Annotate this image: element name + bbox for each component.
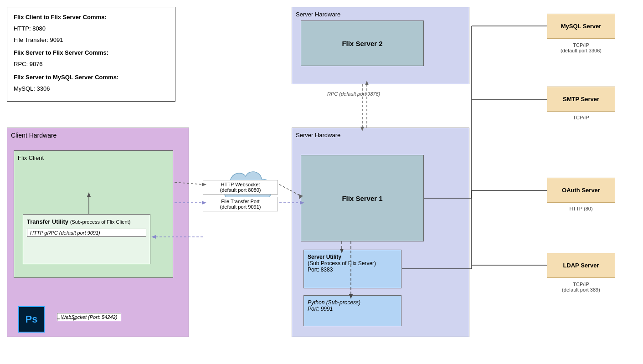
python-port: Port: 9991 (308, 306, 333, 312)
python-label: Python (Sub-process) (308, 299, 360, 306)
legend-title-2: Flix Server to Flix Server Comms: (14, 49, 108, 56)
http-grpc-label: HTTP gRPC (default port 9091) (27, 229, 146, 237)
server-utility-box: Server Utility (Sub Process of Flix Serv… (303, 250, 401, 288)
legend-line-2: File Transfer: 9091 (14, 36, 169, 45)
server-utility-port: Port: 8383 (308, 267, 333, 273)
smtp-server-box: SMTP Server (547, 87, 615, 112)
file-transfer-label: File Transfer Port(default port 9091) (203, 197, 278, 211)
legend-line-4: MySQL: 3306 (14, 84, 169, 94)
flix-server-2-label: Flix Server 2 (342, 40, 382, 47)
server-hardware-1-label: Server Hardware (296, 132, 340, 138)
flix-server-1-box: Flix Server 1 (301, 155, 424, 241)
server-hardware-2-label: Server Hardware (296, 11, 340, 18)
python-box: Python (Sub-process) Port: 9991 (303, 295, 401, 326)
ldap-protocol-label: TCP/IP (default port 389) (545, 282, 617, 292)
server-utility-sublabel: (Sub Process of Flix Server) (308, 260, 376, 267)
flix-client-label: Flix Client (18, 154, 44, 161)
websocket-label: WebSocket (Port: 54242) (57, 313, 121, 321)
transfer-utility-label: Transfer Utility (Sub-process of Flix Cl… (27, 218, 146, 225)
rpc-label: RPC (default port 9876) (327, 91, 380, 97)
flix-server-2-box: Flix Server 2 (301, 21, 424, 66)
client-hardware-label: Client Hardware (11, 132, 57, 139)
smtp-protocol-label: TCP/IP (545, 115, 617, 120)
http-websocket-label: HTTP Websocket(default port 8080) (203, 180, 278, 195)
legend-line-1: HTTP: 8080 (14, 24, 169, 34)
legend-box: Flix Client to Flix Server Comms: HTTP: … (7, 7, 175, 102)
legend-title-1: Flix Client to Flix Server Comms: (14, 14, 107, 21)
diagram-container: Flix Client to Flix Server Comms: HTTP: … (0, 0, 643, 364)
oauth-server-box: OAuth Server (547, 178, 615, 203)
mysql-server-box: MySQL Server (547, 14, 615, 39)
photoshop-icon: Ps (18, 306, 45, 333)
oauth-protocol-label: HTTP (80) (545, 206, 617, 211)
transfer-utility-box: Transfer Utility (Sub-process of Flix Cl… (23, 214, 150, 264)
mysql-protocol-label: TCP/IP (default port 3306) (545, 42, 617, 53)
legend-title-3: Flix Server to MySQL Server Comms: (14, 74, 118, 81)
ldap-server-box: LDAP Server (547, 253, 615, 278)
server-utility-label: Server Utility (308, 254, 341, 260)
flix-server-1-label: Flix Server 1 (342, 195, 382, 202)
legend-line-3: RPC: 9876 (14, 60, 169, 69)
